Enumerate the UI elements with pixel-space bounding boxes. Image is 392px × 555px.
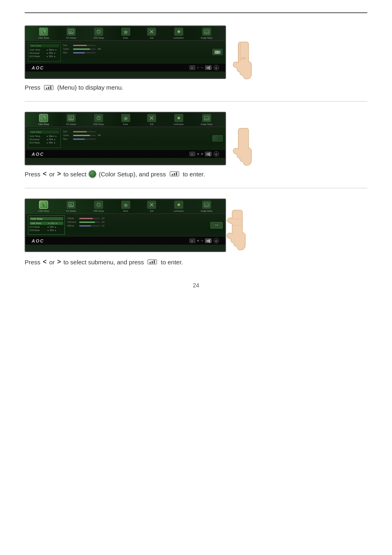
svg-point-28	[178, 117, 180, 119]
chevron-left-3: <	[43, 258, 46, 266]
svg-point-3	[43, 32, 45, 34]
btn-left-2: <	[197, 152, 199, 156]
bar-row-green-3: G(Green) 1.0	[67, 221, 208, 223]
instr2-text2: to select	[63, 171, 86, 178]
monitor-submenu-row-1: Color Temp. ◄ 50% ►	[30, 222, 63, 225]
menu-bars-2	[172, 172, 177, 176]
menu-label-pic1-3: Pic Setup1	[66, 210, 76, 212]
menu-label-imagesetup: Image Setup	[201, 37, 212, 39]
bottom-buttons-2: ◈ < > ⏻	[189, 151, 219, 157]
hand-svg-3	[218, 207, 255, 260]
menu-label-exit-3: Exit	[150, 210, 153, 212]
svg-point-33	[43, 205, 45, 207]
menu-item-color-3: Color Setup	[38, 201, 49, 212]
btn-right-3: >	[201, 239, 203, 243]
bar-row-red-3: R(Red) 1.0	[67, 217, 208, 220]
hand-cursor-3	[218, 207, 255, 261]
menu-label-osd-2: OSD Setup	[93, 123, 104, 125]
menu-item-pic-3: Pic Setup1	[66, 201, 76, 212]
aoc-logo-1: AOC	[32, 65, 44, 70]
monitor-wrapper-2: Color Setup Pic Setup1 OSD Setup	[25, 112, 271, 165]
monitor-top-bar-1: Color Setup Pic Setup1 OSD S	[25, 26, 225, 41]
monitor-bottom-3: AOC ◈ < > ⏻	[25, 236, 225, 245]
page-container: Color Setup Pic Setup1 OSD S	[0, 0, 392, 555]
btn-right-2: >	[201, 152, 203, 156]
menu-item-imagesetup-3: Image Setup	[201, 201, 212, 212]
menu-bars-1	[46, 86, 51, 89]
monitor-row-1: Color Temp. ◄ Warm ►	[30, 49, 59, 51]
instr1-text2: (Menu) to display menu.	[57, 84, 123, 91]
monitor-right-1: Red Green 140 Blue	[63, 42, 210, 62]
thumb-icons-2	[212, 129, 223, 148]
thumb-icons	[212, 42, 223, 62]
menu-label-luminance-3: Luminance	[173, 210, 183, 212]
monitor-submenu-row-3: DCB Mode ◄ 50% ►	[30, 229, 63, 231]
hand-svg-2	[222, 124, 259, 173]
instruction-1: Press (Menu) to display menu.	[25, 84, 367, 91]
svg-point-11	[178, 30, 180, 33]
menu-item-exit-3: Exit	[147, 201, 156, 212]
bar3-3	[154, 260, 155, 264]
instr1-text1: Press	[25, 84, 40, 91]
divider-1	[25, 101, 367, 102]
btn-right: >	[201, 66, 203, 69]
menu-item-luminance-3: Luminance	[173, 201, 183, 212]
bar1-2	[172, 174, 173, 176]
monitor-content-2: Color Setup Color Temp. ◄ Warm ► R/Contr…	[25, 127, 225, 150]
instr3-text1: Press	[25, 259, 40, 266]
monitor-content-1: Color Setup Color Temp. ◄ Warm ► R/Contr…	[25, 41, 225, 63]
monitor-left-1: Color Setup Color Temp. ◄ Warm ► R/Contr…	[28, 42, 61, 62]
btn-settings-2: ◈	[189, 152, 195, 156]
chevron-right-2: >	[57, 170, 61, 178]
divider-2	[25, 188, 367, 188]
aoc-logo-3: AOC	[32, 238, 44, 243]
hand-cursor-1	[222, 38, 259, 91]
monitor-row-2c: ECO Mode ◄ 50% ►	[30, 141, 59, 144]
svg-point-20	[43, 118, 45, 120]
menu-item-osd-2: OSD Setup	[93, 114, 104, 125]
section-1: Color Setup Pic Setup1 OSD S	[25, 25, 367, 91]
monitor-top-bar-2: Color Setup Pic Setup1 OSD Setup	[25, 113, 225, 127]
menu-item-pic-2: Pic Setup1	[66, 114, 76, 125]
menu-btn-icon-1	[44, 85, 53, 90]
bar3-2	[176, 172, 177, 176]
bar-row-red-2: Red	[63, 130, 210, 133]
instr3-or1: or	[49, 259, 55, 266]
top-divider	[25, 12, 367, 13]
chevron-left-2: <	[43, 170, 46, 178]
menu-btn-icon-2	[170, 171, 179, 176]
menu-label-extra: Extra	[123, 37, 128, 39]
bar-row-green: Green 140	[63, 48, 210, 50]
menu-btn-icon-3	[148, 259, 157, 264]
menu-label-imagesetup-2: Image Setup	[201, 123, 212, 125]
bar-row-green-2: Green 140	[63, 134, 210, 136]
bar1	[46, 88, 47, 89]
menu-item-extra-3: Extra	[121, 201, 130, 212]
monitor-right-2: Red Green 140 Blue	[63, 129, 210, 148]
chevron-right-3: >	[57, 258, 61, 266]
svg-point-41	[178, 204, 180, 206]
monitor-submenu-row-2: ECO Mode ◄ 50% ►	[30, 226, 63, 228]
menu-bars-3	[150, 260, 155, 264]
menu-label-osd-3: OSD Setup	[93, 210, 104, 212]
btn-power-1: ⏻	[214, 65, 219, 70]
hand-svg-1	[222, 38, 259, 87]
btn-settings: ◈	[189, 65, 195, 70]
btn-menu-2	[205, 152, 212, 156]
bar-row-red: Red	[63, 44, 210, 46]
instr2-text3: (Color Setup), and press	[99, 171, 166, 178]
menu-item-extra: Extra	[121, 28, 130, 39]
menu-label-exit-2: Exit	[150, 123, 153, 125]
instr3-text3: to enter.	[161, 259, 183, 266]
monitor-left-2: Color Setup Color Temp. ◄ Warm ► R/Contr…	[28, 129, 61, 148]
bar1-3	[150, 262, 151, 264]
monitor-left-title-2: Color Setup	[30, 130, 59, 134]
menu-item-imagesetup-2: Image Setup	[201, 114, 212, 125]
monitor-wrapper-1: Color Setup Pic Setup1 OSD S	[25, 25, 271, 79]
monitor-screenshot-3: Color Setup Pic Setup1 OSD Setup	[25, 199, 226, 252]
menu-item-imagesetup: Image Setup	[201, 28, 212, 39]
instr2-text4: to enter.	[183, 171, 205, 178]
bar2	[48, 87, 49, 89]
btn-menu-3	[205, 238, 212, 243]
svg-point-38	[97, 203, 100, 206]
